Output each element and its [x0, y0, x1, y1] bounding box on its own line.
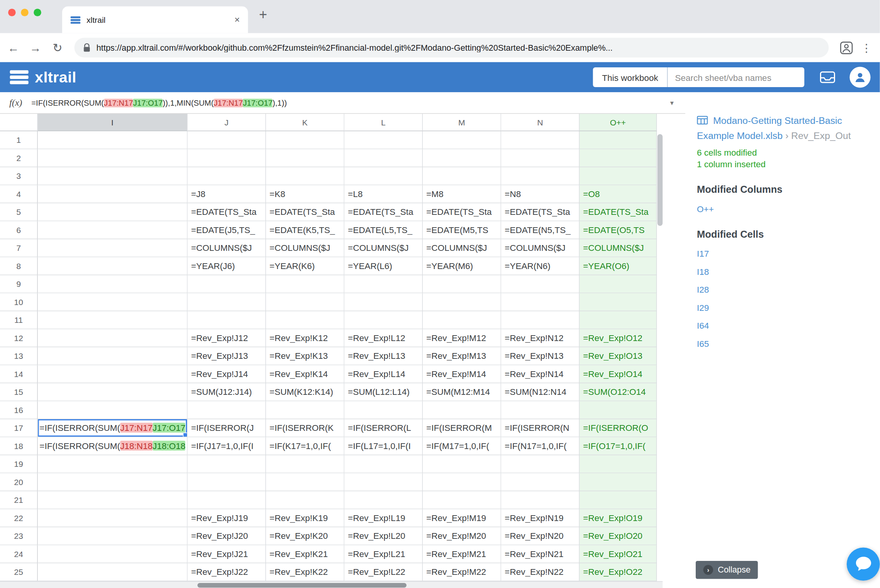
- cell-I20[interactable]: [38, 473, 188, 492]
- row-header-1[interactable]: 1: [0, 131, 38, 149]
- cell-N21[interactable]: [501, 491, 580, 509]
- cell-M11[interactable]: [423, 311, 501, 329]
- cell-M9[interactable]: [423, 275, 501, 293]
- cell-I12[interactable]: [38, 329, 188, 348]
- cell-L16[interactable]: [345, 401, 423, 420]
- row-header-25[interactable]: 25: [0, 563, 38, 581]
- cell-L6[interactable]: =EDATE(L5,TS_: [345, 221, 423, 240]
- cell-J24[interactable]: =Rev_Exp!J21: [188, 545, 266, 564]
- cell-K5[interactable]: =EDATE(TS_Sta: [266, 203, 345, 221]
- cell-L5[interactable]: =EDATE(TS_Sta: [345, 203, 423, 221]
- cell-O16[interactable]: [580, 401, 657, 420]
- cell-N15[interactable]: =SUM(N12:N14: [501, 383, 580, 401]
- cell-O17[interactable]: =IF(ISERROR(O: [580, 419, 657, 437]
- forward-icon[interactable]: →: [27, 41, 44, 55]
- cell-I8[interactable]: [38, 257, 188, 276]
- cell-I6[interactable]: [38, 221, 188, 240]
- cell-L18[interactable]: =IF(L17=1,0,IF(I: [345, 437, 423, 456]
- cell-L20[interactable]: [345, 473, 423, 492]
- cell-K11[interactable]: [266, 311, 345, 329]
- column-header-O[interactable]: O++: [580, 114, 657, 131]
- cell-J4[interactable]: =J8: [188, 185, 266, 204]
- cell-I16[interactable]: [38, 401, 188, 420]
- cell-O13[interactable]: =Rev_Exp!O13: [580, 347, 657, 365]
- cell-L11[interactable]: [345, 311, 423, 329]
- cell-L8[interactable]: =YEAR(L6): [345, 257, 423, 276]
- cell-M3[interactable]: [423, 167, 501, 185]
- cell-I24[interactable]: [38, 545, 188, 564]
- cell-K20[interactable]: [266, 473, 345, 492]
- cell-J11[interactable]: [188, 311, 266, 329]
- cell-J20[interactable]: [188, 473, 266, 492]
- cell-J2[interactable]: [188, 149, 266, 168]
- cell-O6[interactable]: =EDATE(O5,TS: [580, 221, 657, 240]
- cell-J3[interactable]: [188, 167, 266, 185]
- cell-L14[interactable]: =Rev_Exp!L14: [345, 365, 423, 384]
- row-header-2[interactable]: 2: [0, 149, 38, 168]
- cell-J1[interactable]: [188, 131, 266, 149]
- modified-cell-link[interactable]: I17: [697, 249, 868, 259]
- cell-M5[interactable]: =EDATE(TS_Sta: [423, 203, 501, 221]
- cell-J18[interactable]: =IF(J17=1,0,IF(I: [188, 437, 266, 456]
- cell-K12[interactable]: =Rev_Exp!K12: [266, 329, 345, 348]
- cell-K13[interactable]: =Rev_Exp!K13: [266, 347, 345, 365]
- cell-K22[interactable]: =Rev_Exp!K19: [266, 509, 345, 528]
- cell-K2[interactable]: [266, 149, 345, 168]
- modified-cell-link[interactable]: I28: [697, 285, 868, 295]
- cell-M8[interactable]: =YEAR(M6): [423, 257, 501, 276]
- cell-L19[interactable]: [345, 455, 423, 473]
- cell-N9[interactable]: [501, 275, 580, 293]
- browser-profile-icon[interactable]: [839, 40, 854, 55]
- cell-I9[interactable]: [38, 275, 188, 293]
- cell-I1[interactable]: [38, 131, 188, 149]
- row-header-13[interactable]: 13: [0, 347, 38, 365]
- modified-cell-link[interactable]: I65: [697, 339, 868, 349]
- cell-L12[interactable]: =Rev_Exp!L12: [345, 329, 423, 348]
- cell-K4[interactable]: =K8: [266, 185, 345, 204]
- cell-N24[interactable]: =Rev_Exp!N21: [501, 545, 580, 564]
- cell-N4[interactable]: =N8: [501, 185, 580, 204]
- cell-O2[interactable]: [580, 149, 657, 168]
- row-header-7[interactable]: 7: [0, 239, 38, 257]
- cell-I19[interactable]: [38, 455, 188, 473]
- modified-cell-link[interactable]: I29: [697, 303, 868, 313]
- row-header-3[interactable]: 3: [0, 167, 38, 185]
- cell-J14[interactable]: =Rev_Exp!J14: [188, 365, 266, 384]
- cell-M17[interactable]: =IF(ISERROR(M: [423, 419, 501, 437]
- this-workbook-button[interactable]: This workbook: [593, 67, 667, 87]
- cell-I4[interactable]: [38, 185, 188, 204]
- cell-O21[interactable]: [580, 491, 657, 509]
- selection-fill-handle[interactable]: [183, 433, 187, 437]
- cell-L21[interactable]: [345, 491, 423, 509]
- cell-I21[interactable]: [38, 491, 188, 509]
- cell-N13[interactable]: =Rev_Exp!N13: [501, 347, 580, 365]
- cell-N8[interactable]: =YEAR(N6): [501, 257, 580, 276]
- cell-M16[interactable]: [423, 401, 501, 420]
- cell-K16[interactable]: [266, 401, 345, 420]
- column-header-L[interactable]: L: [345, 114, 423, 131]
- new-tab-button[interactable]: +: [259, 8, 267, 22]
- cell-L2[interactable]: [345, 149, 423, 168]
- cell-J10[interactable]: [188, 293, 266, 312]
- cell-M1[interactable]: [423, 131, 501, 149]
- cell-I14[interactable]: [38, 365, 188, 384]
- cell-J13[interactable]: =Rev_Exp!J13: [188, 347, 266, 365]
- cell-O14[interactable]: =Rev_Exp!O14: [580, 365, 657, 384]
- cell-N2[interactable]: [501, 149, 580, 168]
- cell-K17[interactable]: =IF(ISERROR(K: [266, 419, 345, 437]
- cell-O22[interactable]: =Rev_Exp!O19: [580, 509, 657, 528]
- cell-L17[interactable]: =IF(ISERROR(L: [345, 419, 423, 437]
- row-header-22[interactable]: 22: [0, 509, 38, 528]
- cell-K8[interactable]: =YEAR(K6): [266, 257, 345, 276]
- cell-N1[interactable]: [501, 131, 580, 149]
- column-header-M[interactable]: M: [423, 114, 501, 131]
- column-header-N[interactable]: N: [501, 114, 580, 131]
- cell-O8[interactable]: =YEAR(O6): [580, 257, 657, 276]
- cell-L4[interactable]: =L8: [345, 185, 423, 204]
- cell-J5[interactable]: =EDATE(TS_Sta: [188, 203, 266, 221]
- cell-J15[interactable]: =SUM(J12:J14): [188, 383, 266, 401]
- horizontal-scrollbar-track[interactable]: [0, 581, 663, 588]
- cell-O20[interactable]: [580, 473, 657, 492]
- cell-I5[interactable]: [38, 203, 188, 221]
- cell-J6[interactable]: =EDATE(J5,TS_: [188, 221, 266, 240]
